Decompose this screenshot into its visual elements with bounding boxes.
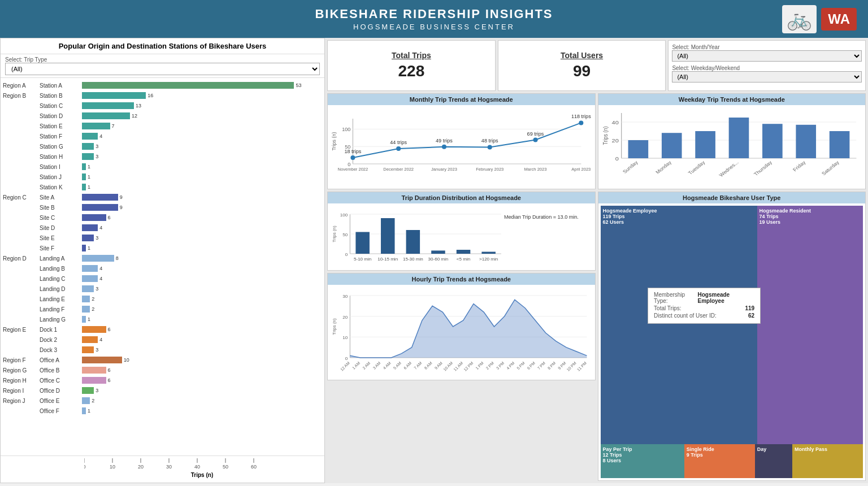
bar-row: Region DLanding A8	[1, 253, 324, 263]
svg-text:Wednes...: Wednes...	[718, 160, 740, 178]
bar-station: Station D	[40, 113, 82, 119]
bar-area: 13	[82, 102, 322, 109]
svg-text:<5 min: <5 min	[457, 257, 470, 262]
bar-area: 3	[82, 346, 322, 353]
bar-row: Station I1	[1, 162, 324, 172]
treemap: Hogsmeade Employee 119 Trips 62 UsersHog…	[601, 206, 863, 478]
treemap-cell-trips: 119 Trips	[603, 214, 755, 219]
svg-text:100: 100	[342, 127, 350, 133]
bar-area: 3	[82, 153, 322, 160]
treemap-tooltip: Membership Type:Hogsmeade Employee Total…	[648, 288, 761, 324]
bar-row: Station F4	[1, 131, 324, 141]
bar-value: 2	[90, 398, 94, 403]
bar-row: Landing C4	[1, 274, 324, 284]
bar-row: Landing F2	[1, 304, 324, 314]
bar-region: Region J	[3, 398, 40, 404]
bar-station: Station C	[40, 103, 82, 109]
svg-text:>120 min: >120 min	[479, 257, 498, 262]
svg-text:60: 60	[251, 464, 257, 470]
bar	[82, 346, 94, 353]
bar-region: Region B	[3, 93, 40, 99]
bar-station: Site E	[40, 235, 82, 241]
charts-col-left: Monthly Trip Trends at Hogsmeade 050100T…	[327, 93, 596, 481]
bar-station: Dock 3	[40, 347, 82, 353]
bar-area: 3	[82, 143, 322, 150]
svg-text:10 PM: 10 PM	[566, 361, 577, 372]
bar	[82, 296, 90, 302]
bar	[82, 133, 98, 140]
trip-type-select[interactable]: (All)	[5, 63, 320, 75]
bar-row: Station J1	[1, 172, 324, 182]
svg-text:4 AM: 4 AM	[383, 361, 392, 370]
bar	[82, 275, 98, 282]
treemap-top: Hogsmeade Employee 119 Trips 62 UsersHog…	[601, 206, 863, 444]
bar	[82, 82, 294, 89]
bar-value: 6	[106, 327, 111, 332]
svg-text:6 AM: 6 AM	[403, 361, 412, 370]
bar-station: Station E	[40, 123, 82, 129]
bar-station: Office E	[40, 398, 82, 404]
bar-station: Landing F	[40, 306, 82, 313]
bar	[82, 336, 98, 343]
bar-area: 4	[82, 336, 322, 343]
bar-area: 7	[82, 123, 322, 129]
bar-station: Site F	[40, 245, 82, 251]
bar-station: Station B	[40, 93, 82, 99]
bar-value: 1	[86, 316, 90, 322]
svg-text:0: 0	[345, 356, 348, 361]
bar-row: Region GOffice B6	[1, 365, 324, 375]
bar-station: Site D	[40, 225, 82, 231]
bar-station: Site A	[40, 194, 82, 201]
month-year-select[interactable]: (All)	[672, 50, 862, 62]
treemap-cell-bottom: Single Ride 9 Trips	[684, 444, 755, 478]
treemap-cell-top: Hogsmeade Employee 119 Trips 62 Users	[601, 206, 757, 444]
bar	[82, 245, 86, 251]
bar	[82, 326, 106, 333]
svg-rect-54	[406, 230, 420, 254]
svg-text:Saturday: Saturday	[820, 160, 840, 176]
bar-row: Landing B4	[1, 263, 324, 274]
bar-value: 3	[94, 388, 98, 393]
bar-row: Region EDock 16	[1, 324, 324, 335]
bar-area: 2	[82, 296, 322, 302]
header-subtitle: HOGSMEADE BUSINESS CENTER	[11, 23, 857, 31]
bar-area: 1	[82, 163, 322, 170]
svg-text:5 AM: 5 AM	[393, 361, 402, 370]
svg-point-23	[350, 155, 355, 160]
svg-text:12 PM: 12 PM	[463, 361, 474, 372]
bar-value: 13	[134, 103, 141, 109]
bar	[82, 397, 90, 404]
svg-rect-60	[481, 252, 496, 254]
svg-text:18 trips: 18 trips	[345, 149, 362, 154]
svg-text:0: 0	[84, 464, 86, 470]
bar-station: Site B	[40, 205, 82, 211]
weekday-select[interactable]: (All)	[672, 71, 862, 83]
treemap-cell-label: Single Ride	[687, 446, 753, 452]
wa-logo: WA	[821, 8, 857, 31]
svg-text:January 2023: January 2023	[431, 167, 457, 172]
svg-text:50: 50	[342, 232, 348, 237]
svg-text:2 PM: 2 PM	[485, 361, 495, 371]
bar-value: 3	[94, 286, 98, 292]
svg-text:69 trips: 69 trips	[527, 131, 544, 137]
svg-text:10 AM: 10 AM	[442, 361, 453, 372]
svg-text:10: 10	[110, 464, 115, 470]
bar-row: Dock 33	[1, 345, 324, 355]
bar-value: 6	[106, 367, 111, 373]
bar-value: 16	[146, 93, 153, 98]
bar-area: 3	[82, 235, 322, 241]
svg-text:Sunday: Sunday	[621, 160, 639, 175]
svg-text:Tuesday: Tuesday	[687, 160, 706, 176]
total-trips-label: Total Trips	[392, 51, 431, 60]
bar-area: 1	[82, 316, 322, 323]
bar-station: Landing E	[40, 296, 82, 302]
bar-station: Dock 2	[40, 337, 82, 343]
x-axis-container: 0102030405060 Trips (n)	[1, 455, 324, 483]
bar	[82, 143, 94, 150]
bar-station: Station I	[40, 164, 82, 170]
bar	[82, 306, 90, 313]
trip-type-filter-label: Select: Trip Type	[5, 57, 320, 63]
treemap-cell-trips: 74 Trips	[760, 214, 861, 219]
svg-text:15-30 min: 15-30 min	[403, 257, 423, 262]
bar-area: 4	[82, 133, 322, 140]
